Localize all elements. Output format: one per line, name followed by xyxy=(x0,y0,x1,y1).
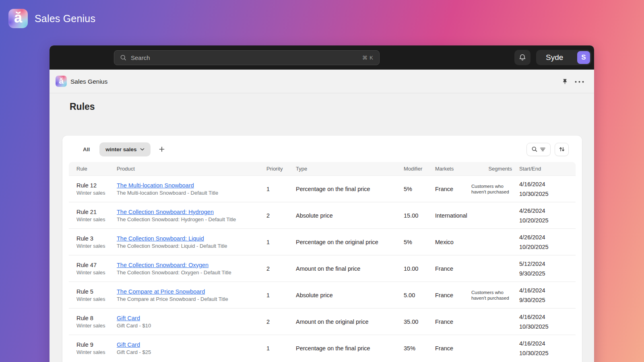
user-name: Syde xyxy=(546,53,563,62)
type-value: Percentage on the final price xyxy=(296,345,404,352)
segments-value: Customers who haven't purchased xyxy=(471,290,519,301)
product-link[interactable]: Gift Card xyxy=(117,315,140,321)
product-link[interactable]: The Compare at Price Snowboard xyxy=(117,288,205,295)
modifier-value: 35.00 xyxy=(404,319,435,325)
rule-name: Rule 21 xyxy=(76,208,117,216)
sort-button[interactable] xyxy=(555,143,569,156)
product-cell: The Collection Snowboard: Oxygen The Col… xyxy=(117,261,266,276)
end-date: 10/30/2025 xyxy=(519,189,576,199)
sort-arrows-icon xyxy=(559,146,565,152)
rule-group: Winter sales xyxy=(76,349,117,356)
end-date: 10/20/2025 xyxy=(519,216,576,225)
rule-cell: Rule 9 Winter sales xyxy=(76,341,117,356)
rules-table: Rule Product Priority Type Modifier Mark… xyxy=(69,162,576,362)
table-row[interactable]: Rule 21 Winter sales The Collection Snow… xyxy=(69,202,576,229)
priority-value: 2 xyxy=(266,212,296,219)
markets-value: France xyxy=(435,186,471,192)
start-date: 5/12/2024 xyxy=(519,259,576,269)
priority-value: 1 xyxy=(266,292,296,298)
product-link[interactable]: The Collection Snowboard: Liquid xyxy=(117,235,204,242)
search-and-filter-button[interactable] xyxy=(526,143,551,156)
priority-value: 2 xyxy=(266,319,296,325)
start-end-cell: 4/26/2024 10/20/2025 xyxy=(519,206,576,225)
rule-cell: Rule 8 Winter sales xyxy=(76,314,117,329)
notifications-button[interactable] xyxy=(514,50,530,65)
search-icon xyxy=(120,54,127,61)
start-date: 4/16/2024 xyxy=(519,339,576,348)
product-link[interactable]: The Multi-location Snowboard xyxy=(117,182,194,189)
table-row[interactable]: Rule 47 Winter sales The Collection Snow… xyxy=(69,255,576,282)
header-modifier: Modifier xyxy=(404,166,435,172)
sales-genius-logo-icon: ă xyxy=(8,9,28,28)
markets-value: France xyxy=(435,265,471,272)
end-date: 10/20/2025 xyxy=(519,242,576,252)
rules-card: All winter sales xyxy=(62,136,582,362)
product-variant: The Collection Snowboard: Oxygen - Defau… xyxy=(117,269,266,276)
rule-group: Winter sales xyxy=(76,189,117,197)
rule-cell: Rule 47 Winter sales xyxy=(76,261,117,276)
product-link[interactable]: The Collection Snowboard: Hydrogen xyxy=(117,209,214,215)
product-variant: The Multi-location Snowboard - Default T… xyxy=(117,189,266,197)
product-variant: Gift Card - $10 xyxy=(117,322,266,329)
table-row[interactable]: Rule 3 Winter sales The Collection Snowb… xyxy=(69,229,576,255)
header-segments: Segments xyxy=(471,166,519,172)
search-shortcut: ⌘ K xyxy=(362,55,374,61)
markets-value: Mexico xyxy=(435,239,471,245)
priority-value: 1 xyxy=(266,345,296,352)
product-link[interactable]: Gift Card xyxy=(117,341,140,348)
start-end-cell: 4/16/2024 10/30/2025 xyxy=(519,339,576,358)
rule-cell: Rule 3 Winter sales xyxy=(76,234,117,250)
table-row[interactable]: Rule 8 Winter sales Gift Card Gift Card … xyxy=(69,309,576,335)
search-icon xyxy=(531,146,538,152)
product-variant: The Collection Snowboard: Liquid - Defau… xyxy=(117,243,266,250)
rule-name: Rule 12 xyxy=(76,181,117,189)
start-end-cell: 4/16/2024 10/30/2025 xyxy=(519,179,576,199)
rule-name: Rule 5 xyxy=(76,288,117,296)
add-view-button[interactable] xyxy=(156,144,167,155)
product-link[interactable]: The Collection Snowboard: Oxygen xyxy=(117,262,208,268)
start-date: 4/26/2024 xyxy=(519,206,576,216)
start-date: 4/16/2024 xyxy=(519,179,576,189)
brand-header: ă Sales Genius xyxy=(8,9,95,28)
product-cell: Gift Card Gift Card - $10 xyxy=(117,314,266,329)
table-row[interactable]: Rule 12 Winter sales The Multi-location … xyxy=(69,176,576,202)
app-title: Sales Genius xyxy=(70,70,107,93)
tab-all[interactable]: All xyxy=(78,143,95,156)
table-row[interactable]: Rule 5 Winter sales The Compare at Price… xyxy=(69,282,576,309)
rule-group: Winter sales xyxy=(76,269,117,276)
product-variant: The Compare at Price Snowboard - Default… xyxy=(117,296,266,303)
filter-icon xyxy=(540,146,546,152)
start-date: 4/16/2024 xyxy=(519,286,576,295)
type-value: Absolute price xyxy=(296,292,404,298)
rule-group: Winter sales xyxy=(76,216,117,223)
search-input[interactable]: Search ⌘ K xyxy=(114,50,380,65)
end-date: 10/30/2025 xyxy=(519,348,576,358)
modifier-value: 5.00 xyxy=(404,292,435,298)
header-rule: Rule xyxy=(76,166,117,172)
search-placeholder: Search xyxy=(131,54,358,61)
type-value: Absolute price xyxy=(296,212,404,219)
type-value: Amount on the original price xyxy=(296,319,404,325)
admin-topbar: Search ⌘ K Syde S xyxy=(50,45,594,70)
modifier-value: 15.00 xyxy=(404,212,435,219)
modifier-value: 10.00 xyxy=(404,265,435,272)
table-header-row: Rule Product Priority Type Modifier Mark… xyxy=(69,162,576,176)
table-row[interactable]: Rule 9 Winter sales Gift Card Gift Card … xyxy=(69,335,576,362)
markets-value: France xyxy=(435,292,471,298)
rule-group: Winter sales xyxy=(76,322,117,329)
rule-cell: Rule 21 Winter sales xyxy=(76,208,117,223)
rule-group: Winter sales xyxy=(76,296,117,303)
rule-name: Rule 47 xyxy=(76,261,117,269)
rule-cell: Rule 12 Winter sales xyxy=(76,181,117,197)
start-end-cell: 5/12/2024 9/30/2025 xyxy=(519,259,576,278)
user-menu[interactable]: Syde S xyxy=(536,50,591,65)
segments-value: Customers who haven't purchased xyxy=(471,183,519,195)
start-date: 4/26/2024 xyxy=(519,232,576,242)
tab-winter-sales[interactable]: winter sales xyxy=(99,142,150,156)
start-end-cell: 4/16/2024 10/30/2025 xyxy=(519,312,576,331)
more-actions-button[interactable] xyxy=(574,76,585,87)
brand-name: Sales Genius xyxy=(35,13,95,25)
pin-app-button[interactable] xyxy=(559,76,570,87)
header-type: Type xyxy=(296,166,404,172)
plus-icon xyxy=(159,146,165,152)
